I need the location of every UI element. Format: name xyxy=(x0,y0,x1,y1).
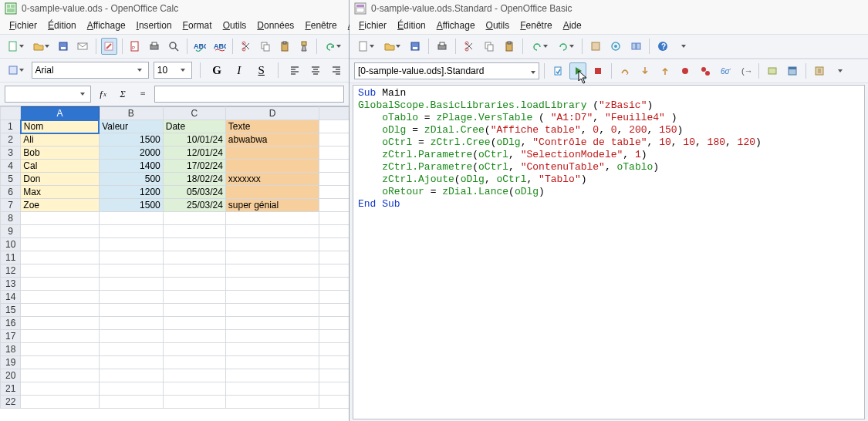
cell[interactable]: super génial xyxy=(225,199,319,212)
insert-control-button[interactable] xyxy=(764,62,781,79)
dialog-editor-button[interactable] xyxy=(784,62,801,79)
cell[interactable] xyxy=(21,396,99,409)
cell[interactable] xyxy=(163,356,225,369)
menu-fichier[interactable]: Fichier xyxy=(5,19,42,32)
row-header[interactable]: 12 xyxy=(1,264,21,278)
new-document-button[interactable] xyxy=(354,38,377,55)
function-wizard-button[interactable]: ƒx xyxy=(94,86,111,103)
row-header[interactable]: 13 xyxy=(1,278,21,291)
copy-button[interactable] xyxy=(481,38,498,55)
redo-button[interactable] xyxy=(554,38,577,55)
paste-button[interactable] xyxy=(501,38,518,55)
cell[interactable]: xxxxxxx xyxy=(225,173,319,186)
autospell-button[interactable]: ABC xyxy=(211,38,228,55)
export-pdf-button[interactable]: P xyxy=(127,38,144,55)
cell[interactable]: 05/03/24 xyxy=(163,186,225,199)
new-document-button[interactable] xyxy=(5,38,27,55)
open-button[interactable] xyxy=(380,38,404,55)
cell[interactable] xyxy=(319,238,349,251)
cell[interactable] xyxy=(319,382,349,396)
cell[interactable] xyxy=(163,304,225,317)
cell[interactable] xyxy=(319,225,349,238)
row-header[interactable]: 5 xyxy=(1,173,21,186)
print-preview-button[interactable] xyxy=(166,38,182,55)
cell[interactable] xyxy=(225,238,319,251)
cell[interactable]: Valeur xyxy=(99,120,163,133)
menu-fichier[interactable]: Fichier xyxy=(354,19,391,32)
open-button[interactable] xyxy=(30,38,52,55)
cell[interactable]: 1200 xyxy=(99,186,163,199)
row-header[interactable]: 18 xyxy=(1,343,21,356)
cell[interactable] xyxy=(225,382,319,396)
save-button[interactable] xyxy=(407,38,424,55)
edit-mode-button[interactable] xyxy=(101,38,117,55)
cell[interactable]: 25/03/24 xyxy=(163,199,225,212)
chevron-down-icon[interactable] xyxy=(177,63,188,77)
cell[interactable] xyxy=(163,343,225,356)
menu-données[interactable]: Données xyxy=(252,19,299,32)
row-header[interactable]: 16 xyxy=(1,317,21,330)
equals-button[interactable]: = xyxy=(134,86,151,103)
cell[interactable]: Ali xyxy=(21,133,99,147)
chevron-down-icon[interactable] xyxy=(134,63,145,77)
cell[interactable] xyxy=(163,291,225,304)
row-header[interactable]: 1 xyxy=(1,120,21,133)
cell[interactable] xyxy=(163,330,225,343)
cell[interactable] xyxy=(99,369,163,382)
cell[interactable] xyxy=(225,343,319,356)
cell[interactable] xyxy=(21,330,99,343)
row-header[interactable]: 4 xyxy=(1,160,21,173)
row-header[interactable]: 14 xyxy=(1,291,21,304)
email-button[interactable] xyxy=(75,38,91,55)
row-header[interactable]: 15 xyxy=(1,304,21,317)
step-over-button[interactable] xyxy=(616,62,633,79)
row-header[interactable]: 20 xyxy=(1,369,21,382)
cell[interactable] xyxy=(163,212,225,225)
cell[interactable] xyxy=(163,251,225,264)
font-size-combo[interactable]: 10 xyxy=(154,62,192,79)
row-header[interactable]: 8 xyxy=(1,212,21,225)
cell[interactable]: Date xyxy=(163,120,225,133)
cell[interactable] xyxy=(319,147,349,160)
cell[interactable] xyxy=(319,199,349,212)
sum-button[interactable]: Σ xyxy=(114,86,131,103)
col-header-D[interactable]: D xyxy=(225,107,319,120)
cell[interactable] xyxy=(99,382,163,396)
cell[interactable] xyxy=(21,251,99,264)
print-button[interactable] xyxy=(434,38,451,55)
cell[interactable] xyxy=(21,343,99,356)
cell[interactable]: 17/02/24 xyxy=(163,160,225,173)
col-header-extra[interactable] xyxy=(319,107,349,120)
cell[interactable] xyxy=(225,304,319,317)
undo-button[interactable] xyxy=(322,38,344,55)
chevron-down-icon[interactable] xyxy=(76,87,87,101)
col-header-C[interactable]: C xyxy=(163,107,225,120)
cell[interactable] xyxy=(163,264,225,278)
cell[interactable] xyxy=(225,160,319,173)
cell[interactable] xyxy=(163,396,225,409)
basic-code-editor[interactable]: Sub MainGlobalScope.BasicLibraries.loadL… xyxy=(353,85,865,419)
cell[interactable] xyxy=(319,356,349,369)
cell[interactable] xyxy=(319,396,349,409)
help-button[interactable]: ? xyxy=(654,38,671,55)
cell[interactable]: Nom xyxy=(21,120,99,133)
cell[interactable]: 18/02/24 xyxy=(163,173,225,186)
spellcheck-button[interactable]: ABC xyxy=(192,38,208,55)
undo-button[interactable] xyxy=(528,38,551,55)
underline-button[interactable]: S xyxy=(252,62,270,79)
cell[interactable] xyxy=(163,369,225,382)
run-button[interactable] xyxy=(569,62,586,79)
cell[interactable] xyxy=(225,369,319,382)
row-header[interactable]: 22 xyxy=(1,396,21,409)
save-button[interactable] xyxy=(55,38,71,55)
cell[interactable]: 1400 xyxy=(99,160,163,173)
cell[interactable] xyxy=(163,225,225,238)
menu-affichage[interactable]: Affichage xyxy=(83,19,130,32)
step-out-button[interactable] xyxy=(657,62,674,79)
format-paintbrush-button[interactable] xyxy=(296,38,312,55)
row-header[interactable]: 10 xyxy=(1,238,21,251)
cell[interactable] xyxy=(225,291,319,304)
menu-outils[interactable]: Outils xyxy=(481,19,515,32)
font-name-combo[interactable]: Arial xyxy=(32,62,149,79)
cell[interactable] xyxy=(319,330,349,343)
